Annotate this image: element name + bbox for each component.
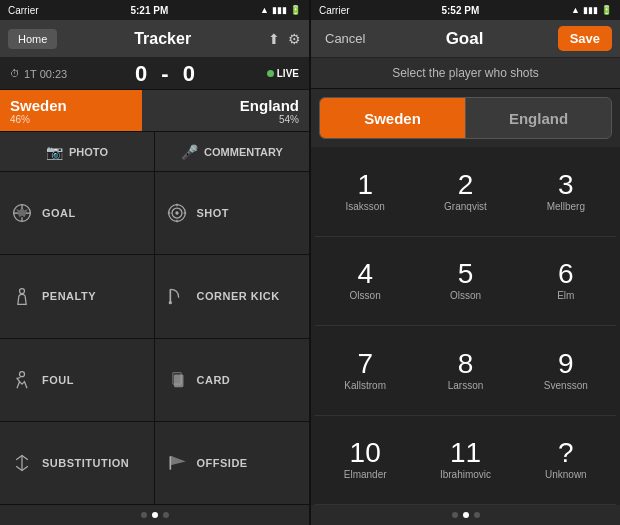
home-button[interactable]: Home <box>8 29 57 49</box>
player-number-9: 9 <box>558 350 574 378</box>
player-number-12: ? <box>558 439 574 467</box>
player-cell-6[interactable]: 6Elm <box>516 237 616 327</box>
player-name-11: Ibrahimovic <box>440 469 491 480</box>
player-name-9: Svensson <box>544 380 588 391</box>
live-badge: LIVE <box>267 68 299 79</box>
signal-icon: ▮▮▮ <box>272 5 287 15</box>
event-substitution[interactable]: SUBSTITUTION <box>0 422 155 505</box>
photo-button[interactable]: 📷 PHOTO <box>0 132 155 171</box>
substitution-label: SUBSTITUTION <box>42 457 129 469</box>
select-prompt: Select the player who shots <box>311 58 620 89</box>
period-display: 1T 00:23 <box>24 68 67 80</box>
player-cell-8[interactable]: 8Larsson <box>415 326 515 416</box>
clock-icon: ⏱ <box>10 68 20 79</box>
player-cell-5[interactable]: 5Olsson <box>415 237 515 327</box>
left-carrier: Carrier <box>8 5 39 16</box>
player-cell-2[interactable]: 2Granqvist <box>415 147 515 237</box>
commentary-button[interactable]: 🎤 COMMENTARY <box>155 132 309 171</box>
player-name-4: Olsson <box>350 290 381 301</box>
tracker-title: Tracker <box>57 30 268 48</box>
shot-icon <box>165 201 189 225</box>
left-dots <box>0 505 309 525</box>
player-cell-4[interactable]: 4Olsson <box>315 237 415 327</box>
event-foul[interactable]: FOUL <box>0 339 155 422</box>
right-battery-icon: 🔋 <box>601 5 612 15</box>
right-nav-bar: Cancel Goal Save <box>311 20 620 58</box>
player-name-6: Elm <box>557 290 574 301</box>
player-cell-9[interactable]: 9Svensson <box>516 326 616 416</box>
player-number-2: 2 <box>458 171 474 199</box>
player-cell-12[interactable]: ?Unknown <box>516 416 616 506</box>
dot-2[interactable] <box>152 512 158 518</box>
dot-3[interactable] <box>163 512 169 518</box>
offside-icon <box>165 451 189 475</box>
player-cell-10[interactable]: 10Elmander <box>315 416 415 506</box>
right-status-bar: Carrier 5:52 PM ▲ ▮▮▮ 🔋 <box>311 0 620 20</box>
goal-label: GOAL <box>42 207 76 219</box>
svg-point-4 <box>175 211 178 214</box>
substitution-icon <box>10 451 34 475</box>
settings-icon[interactable]: ⚙ <box>288 31 301 47</box>
sweden-pct: 46% <box>10 114 132 125</box>
england-pct: 54% <box>279 114 299 125</box>
right-signal-icon: ▮▮▮ <box>583 5 598 15</box>
sweden-name: Sweden <box>10 97 132 114</box>
right-dot-3[interactable] <box>474 512 480 518</box>
team-sweden[interactable]: Sweden 46% <box>0 90 142 131</box>
penalty-icon <box>10 284 34 308</box>
svg-point-12 <box>20 371 25 376</box>
commentary-label: COMMENTARY <box>204 146 283 158</box>
player-number-1: 1 <box>357 171 373 199</box>
event-penalty[interactable]: PENALTY <box>0 255 155 338</box>
score-display: 0 - 0 <box>67 61 267 87</box>
team-toggle: Sweden England <box>319 97 612 139</box>
cancel-button[interactable]: Cancel <box>319 27 371 50</box>
offside-label: OFFSIDE <box>197 457 248 469</box>
event-offside[interactable]: OFFSIDE <box>155 422 310 505</box>
right-dot-2[interactable] <box>463 512 469 518</box>
penalty-label: PENALTY <box>42 290 96 302</box>
left-time: 5:21 PM <box>130 5 168 16</box>
svg-point-9 <box>20 289 25 294</box>
player-name-1: Isaksson <box>345 201 384 212</box>
player-number-4: 4 <box>357 260 373 288</box>
share-icon[interactable]: ⬆ <box>268 31 280 47</box>
player-name-3: Mellberg <box>547 201 585 212</box>
goal-icon <box>10 201 34 225</box>
photo-label: PHOTO <box>69 146 108 158</box>
event-card[interactable]: CARD <box>155 339 310 422</box>
right-wifi-icon: ▲ <box>571 5 580 15</box>
foul-icon <box>10 368 34 392</box>
left-status-bar: Carrier 5:21 PM ▲ ▮▮▮ 🔋 <box>0 0 309 20</box>
camera-icon: 📷 <box>46 144 63 160</box>
player-cell-1[interactable]: 1Isaksson <box>315 147 415 237</box>
player-number-6: 6 <box>558 260 574 288</box>
left-nav-bar: Home Tracker ⬆ ⚙ <box>0 20 309 58</box>
player-number-10: 10 <box>350 439 381 467</box>
team-england[interactable]: England 54% <box>142 90 309 131</box>
card-icon <box>165 368 189 392</box>
foul-label: FOUL <box>42 374 74 386</box>
player-cell-7[interactable]: 7Kallstrom <box>315 326 415 416</box>
england-toggle[interactable]: England <box>466 98 611 138</box>
player-cell-3[interactable]: 3Mellberg <box>516 147 616 237</box>
wifi-icon: ▲ <box>260 5 269 15</box>
corner-kick-icon <box>165 284 189 308</box>
event-corner-kick[interactable]: CORNER KICK <box>155 255 310 338</box>
mic-icon: 🎤 <box>181 144 198 160</box>
player-name-5: Olsson <box>450 290 481 301</box>
england-name: England <box>240 97 299 114</box>
action-row: 📷 PHOTO 🎤 COMMENTARY <box>0 132 309 172</box>
player-number-11: 11 <box>450 439 481 467</box>
live-dot <box>267 70 274 77</box>
event-shot[interactable]: SHOT <box>155 172 310 255</box>
left-phone: Carrier 5:21 PM ▲ ▮▮▮ 🔋 Home Tracker ⬆ ⚙… <box>0 0 309 525</box>
dot-1[interactable] <box>141 512 147 518</box>
sweden-toggle[interactable]: Sweden <box>320 98 465 138</box>
save-button[interactable]: Save <box>558 26 612 51</box>
player-cell-11[interactable]: 11Ibrahimovic <box>415 416 515 506</box>
player-number-8: 8 <box>458 350 474 378</box>
event-goal[interactable]: GOAL <box>0 172 155 255</box>
player-name-8: Larsson <box>448 380 484 391</box>
right-dot-1[interactable] <box>452 512 458 518</box>
